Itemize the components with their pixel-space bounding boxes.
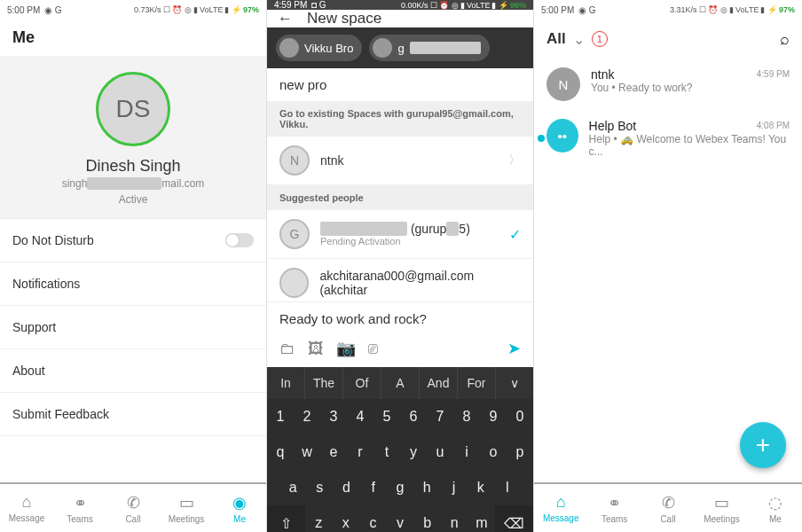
key[interactable]: n xyxy=(441,505,468,532)
key[interactable]: 7 xyxy=(427,399,453,434)
key[interactable]: s xyxy=(306,470,333,505)
key[interactable]: 5 xyxy=(373,399,400,434)
chat-helpbot[interactable]: •• Help Bot Help • 🚕 Welcome to Webex Te… xyxy=(534,110,802,167)
send-icon[interactable]: ➤ xyxy=(507,339,521,358)
person-akchita[interactable]: akchitarana000@gmail.com (akchitar xyxy=(267,259,533,301)
phone-icon: ✆ xyxy=(662,493,675,512)
key[interactable]: 0 xyxy=(507,399,533,434)
chip-g[interactable]: g xyxy=(369,35,489,61)
tab-message[interactable]: ⌂Message xyxy=(0,484,53,532)
person-ntnk[interactable]: N ntnk 〉 xyxy=(267,137,533,185)
timestamp: 4:08 PM xyxy=(757,121,790,130)
avatar: G xyxy=(279,219,310,249)
key[interactable]: y xyxy=(400,434,427,470)
key[interactable]: a xyxy=(279,470,306,505)
video-icon[interactable]: ⎚ xyxy=(368,340,378,358)
key[interactable]: g xyxy=(387,470,413,505)
teams-icon: ⚭ xyxy=(608,493,621,512)
pane-new-space: 4:59 PM ◘ G 0.00K/s ☐ ⏰ ◎ ▮ VoLTE ▮ ⚡96%… xyxy=(267,0,534,532)
key[interactable]: b xyxy=(413,505,441,532)
sugg-key[interactable]: A xyxy=(381,367,420,399)
folder-icon[interactable]: 🗀 xyxy=(279,340,295,358)
compose-input[interactable]: Ready to work and rock? xyxy=(267,301,533,335)
key[interactable]: f xyxy=(360,470,387,505)
avatar[interactable]: DS xyxy=(96,72,170,146)
key[interactable]: 6 xyxy=(400,399,427,434)
key[interactable]: l xyxy=(494,470,521,505)
camera-icon[interactable]: 📷 xyxy=(336,339,356,358)
notifications-row[interactable]: Notifications xyxy=(0,262,266,306)
sugg-key[interactable]: Of xyxy=(343,367,381,399)
key[interactable]: c xyxy=(359,505,387,532)
chevron-right-icon: 〉 xyxy=(508,153,521,168)
recipient-chips: Vikku Bro g xyxy=(267,27,533,68)
tab-teams[interactable]: ⚭Teams xyxy=(53,484,106,532)
tab-call[interactable]: ✆Call xyxy=(641,484,695,532)
backspace-key[interactable]: ⌫ xyxy=(495,505,533,532)
avatar: •• xyxy=(546,119,578,153)
sugg-key[interactable]: For xyxy=(458,367,496,399)
dnd-toggle[interactable] xyxy=(225,233,254,247)
sugg-more[interactable]: ∨ xyxy=(496,367,533,399)
key[interactable]: r xyxy=(347,434,373,470)
image-icon[interactable]: 🖼 xyxy=(308,340,324,358)
home-icon: ⌂ xyxy=(22,493,32,512)
person-icon: ◉ xyxy=(232,493,247,512)
key[interactable]: z xyxy=(305,505,333,532)
tab-meetings[interactable]: ▭Meetings xyxy=(695,484,748,532)
filter-all[interactable]: All xyxy=(546,30,566,48)
key[interactable]: e xyxy=(320,434,347,470)
settings-list: Do Not Disturb Notifications Support Abo… xyxy=(0,219,266,482)
key[interactable]: o xyxy=(480,434,507,470)
shift-key[interactable]: ⇧ xyxy=(267,505,305,532)
tab-call[interactable]: ✆Call xyxy=(106,484,160,532)
fab-new[interactable]: + xyxy=(740,422,786,468)
search-input[interactable]: new pro xyxy=(267,68,533,101)
search-icon[interactable]: ⌕ xyxy=(780,30,790,49)
key[interactable]: m xyxy=(468,505,496,532)
teams-icon: ⚭ xyxy=(74,493,87,512)
key[interactable]: i xyxy=(453,434,480,470)
dnd-row[interactable]: Do Not Disturb xyxy=(0,219,266,262)
chat-ntnk[interactable]: N ntnk You • Ready to work? 4:59 PM xyxy=(534,59,802,110)
key[interactable]: p xyxy=(507,434,533,470)
tab-message[interactable]: ⌂Message xyxy=(534,484,587,532)
key[interactable]: q xyxy=(267,434,294,470)
key[interactable]: 8 xyxy=(453,399,480,434)
sugg-key[interactable]: The xyxy=(305,367,343,399)
tab-me[interactable]: ◉Me xyxy=(213,484,266,532)
timestamp: 4:59 PM xyxy=(757,69,790,79)
support-row[interactable]: Support xyxy=(0,306,266,349)
key[interactable]: 1 xyxy=(267,399,294,434)
tab-me[interactable]: ◌Me xyxy=(749,484,802,532)
key[interactable]: d xyxy=(333,470,359,505)
key[interactable]: 4 xyxy=(347,399,373,434)
back-icon[interactable]: ← xyxy=(278,10,293,27)
suggested-header: Suggested people xyxy=(267,185,533,210)
key[interactable]: v xyxy=(387,505,414,532)
about-row[interactable]: About xyxy=(0,349,266,393)
key[interactable]: x xyxy=(332,505,359,532)
phone-icon: ✆ xyxy=(127,493,140,512)
chip-vikku[interactable]: Vikku Bro xyxy=(276,35,362,61)
feedback-row[interactable]: Submit Feedback xyxy=(0,393,266,436)
key[interactable]: t xyxy=(373,434,400,470)
key[interactable]: u xyxy=(427,434,453,470)
status-bar: 5:00 PM ◉ G 3.31K/s ☐ ⏰ ◎ ▮ VoLTE ▮ ⚡97% xyxy=(534,0,802,20)
key[interactable]: 9 xyxy=(480,399,507,434)
profile-card: DS Dinesh Singh singhxxxxxxxxxxxxxxmail.… xyxy=(0,56,266,219)
chevron-down-icon[interactable]: ⌄ xyxy=(573,31,585,48)
key[interactable]: j xyxy=(440,470,467,505)
key[interactable]: 2 xyxy=(294,399,320,434)
sugg-key[interactable]: In xyxy=(267,367,305,399)
key[interactable]: w xyxy=(294,434,320,470)
calendar-icon: ▭ xyxy=(714,493,729,512)
hint-existing: Go to existing Spaces with gurupal95@gma… xyxy=(267,101,533,137)
key[interactable]: k xyxy=(468,470,494,505)
tab-teams[interactable]: ⚭Teams xyxy=(587,484,641,532)
tab-meetings[interactable]: ▭Meetings xyxy=(160,484,213,532)
key[interactable]: 3 xyxy=(320,399,347,434)
person-gurup[interactable]: G xxxxxxxxxxxxxx (gurupxx5) Pending Acti… xyxy=(267,210,533,259)
sugg-key[interactable]: And xyxy=(420,367,458,399)
key[interactable]: h xyxy=(413,470,440,505)
